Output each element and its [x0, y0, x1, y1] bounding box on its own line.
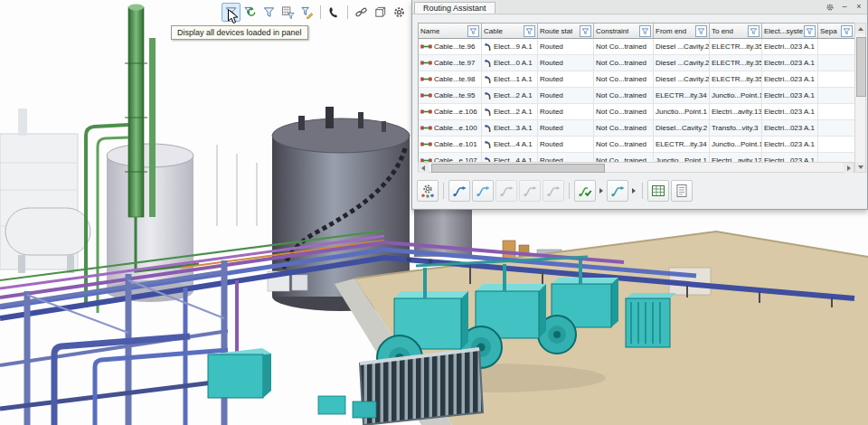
reroute-button — [519, 180, 541, 202]
route-selected-button[interactable] — [448, 180, 470, 202]
toolbar-tooltip: Display all devices loaded in panel — [171, 25, 308, 40]
from-end-cell: Diesel...Cavity.2 — [654, 120, 710, 136]
table-row[interactable]: Cable...e.101Elect...4 A.1RoutedNot Co..… — [419, 137, 855, 153]
route-status-cell: Routed — [538, 137, 594, 152]
scroll-left-icon[interactable] — [419, 163, 429, 173]
panel-window-controls: –× — [826, 1, 863, 13]
scroll-right-icon[interactable] — [844, 163, 854, 173]
export-table-button[interactable] — [647, 180, 669, 202]
frame-select-button[interactable] — [371, 3, 390, 22]
device-grid-filter-button[interactable] — [278, 3, 297, 22]
column-header[interactable]: Elect...syste — [762, 24, 818, 39]
filter-icon[interactable] — [580, 25, 591, 37]
scroll-up-icon[interactable] — [855, 24, 865, 33]
system-cell: Electri...023 A.1 — [762, 104, 818, 119]
scrollbar-thumb[interactable] — [431, 164, 605, 173]
table-row[interactable]: Cable...e.100Elect...3 A.1RoutedNot Co..… — [419, 120, 855, 137]
route-status-cell: Routed — [538, 39, 594, 54]
column-label: Cable — [484, 27, 503, 35]
separator — [347, 5, 348, 19]
from-end-cell: Diesel ...Cavity.2 — [654, 71, 710, 87]
panel-options-button[interactable] — [826, 3, 835, 12]
to-end-cell: ELECTR...ity.35 — [710, 71, 762, 87]
settings-button[interactable] — [390, 3, 409, 22]
delete-route-button — [542, 180, 564, 202]
route-status-cell: Routed — [538, 104, 594, 119]
mouse-cursor — [227, 8, 239, 25]
connector-icon — [484, 140, 492, 149]
scrollbar-thumb[interactable] — [856, 37, 866, 97]
column-header[interactable]: To end — [710, 24, 762, 39]
from-end-cell: Diesel ...Cavity.2 — [654, 55, 710, 71]
system-cell: Electri...023 A.1 — [762, 120, 818, 136]
column-label: From end — [656, 27, 686, 35]
to-end-cell: Electri...avity.13 — [710, 104, 762, 119]
tab-routing-assistant[interactable]: Routing Assistant — [414, 2, 495, 14]
phone-button[interactable] — [325, 3, 344, 22]
edit-filter-button[interactable] — [297, 3, 316, 22]
system-cell: Electri...023 A.1 — [762, 88, 818, 103]
column-header[interactable]: Constraint — [594, 24, 654, 39]
routing-settings-button[interactable] — [417, 180, 439, 202]
refresh-devices-button[interactable] — [241, 3, 259, 22]
column-header[interactable]: Name — [419, 24, 482, 39]
to-end-cell: Junctio...Point.1 — [710, 88, 762, 103]
filter-icon[interactable] — [467, 25, 479, 37]
name-cell: Cable...te.96 — [419, 39, 482, 54]
table-row[interactable]: Cable...te.96Elect...9 A.1RoutedNot Co..… — [419, 39, 855, 55]
filter-icon[interactable] — [639, 25, 651, 37]
cable-icon — [420, 124, 432, 132]
filter-icon[interactable] — [695, 25, 707, 37]
to-end-cell: Junctio...Point.1 — [710, 137, 762, 152]
filter-icon[interactable] — [748, 25, 760, 37]
connector-icon — [484, 42, 492, 52]
vertical-scrollbar[interactable] — [854, 23, 866, 173]
filter-icon[interactable] — [804, 25, 816, 37]
cable-icon — [420, 91, 432, 99]
table-header-row: NameCableRoute statConstraintFrom endTo … — [419, 24, 855, 39]
route-new-button[interactable] — [472, 180, 494, 202]
scroll-down-icon[interactable] — [855, 162, 865, 172]
filter-icon[interactable] — [841, 25, 853, 37]
route-tools-button-dropdown-icon[interactable] — [632, 188, 636, 194]
column-header[interactable]: Sepa — [818, 24, 855, 39]
column-header[interactable]: Route stat — [538, 24, 594, 39]
cable-cell: Elect...2 A.1 — [482, 88, 538, 103]
filter-devices-button[interactable] — [259, 3, 278, 22]
column-header[interactable]: Cable — [482, 24, 538, 39]
table-row[interactable]: Cable...te.97Elect...0 A.1RoutedNot Co..… — [419, 55, 855, 71]
separation-cell — [818, 71, 855, 87]
minimize-button[interactable]: – — [840, 1, 849, 13]
connector-icon — [484, 75, 492, 84]
horizontal-scrollbar[interactable] — [418, 162, 854, 173]
column-header[interactable]: From end — [654, 24, 710, 39]
cable-cell: Elect...4 A.1 — [482, 137, 538, 152]
table-row[interactable]: Cable...e.106Elect...2 A.1RoutedNot Co..… — [419, 104, 855, 120]
table-row[interactable]: Cable...te.98Elect...1 A.1RoutedNot Co..… — [419, 71, 855, 88]
close-button[interactable]: × — [854, 1, 863, 13]
route-tools-button[interactable] — [607, 180, 628, 202]
routing-table: NameCableRoute statConstraintFrom endTo … — [418, 23, 856, 170]
cable-cell: Elect...0 A.1 — [482, 55, 538, 71]
connector-icon — [484, 91, 492, 100]
constraint-cell: Not Co...trained — [594, 39, 654, 54]
report-button[interactable] — [671, 180, 693, 202]
column-label: To end — [712, 27, 733, 35]
separation-cell — [818, 120, 855, 136]
filter-icon[interactable] — [524, 25, 535, 37]
route-status-cell: Routed — [538, 88, 594, 103]
link-button[interactable] — [352, 3, 371, 22]
system-cell: Electri...023 A.1 — [762, 39, 818, 54]
system-cell: Electri...023 A.1 — [762, 71, 818, 87]
name-cell: Cable...e.101 — [419, 137, 482, 152]
constraint-cell: Not Co...trained — [594, 137, 654, 152]
separator — [443, 183, 444, 199]
table-row[interactable]: Cable...te.95Elect...2 A.1RoutedNot Co..… — [419, 88, 855, 104]
cable-cell: Elect...3 A.1 — [482, 120, 538, 136]
validate-routes-button[interactable] — [574, 180, 596, 202]
teal-junction-box — [208, 348, 271, 398]
name-cell: Cable...te.95 — [419, 88, 482, 103]
route-status-cell: Routed — [538, 55, 594, 71]
table-body: Cable...te.96Elect...9 A.1RoutedNot Co..… — [419, 39, 855, 169]
validate-routes-button-dropdown-icon[interactable] — [599, 188, 603, 194]
